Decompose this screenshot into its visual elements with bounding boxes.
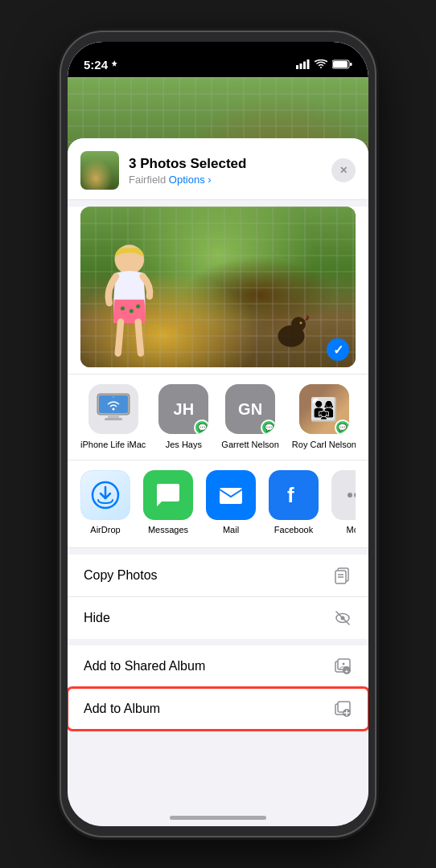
add-to-album-label: Add to Album [84,702,160,716]
more-share-icon [331,470,356,520]
airdrop-icon [80,470,130,520]
share-thumbnail [80,151,119,190]
airdrop-symbol [91,481,120,510]
app-name-more: More [346,525,356,534]
people-row-section: iPhone Life iMac JH Jes Hays GN [68,375,368,461]
svg-rect-3 [307,59,310,69]
facebook-icon: f [269,470,319,520]
preview-chicken [267,303,315,351]
svg-point-44 [343,663,345,665]
app-name-messages: Messages [148,525,188,534]
svg-point-15 [121,306,125,310]
app-row: AirDrop Messages [80,470,356,534]
share-info: 3 Photos Selected Fairfield Options › [129,156,322,186]
copy-photos-icon [333,566,352,585]
person-initials-garrett: GN [238,400,262,419]
svg-point-16 [130,309,134,313]
share-sheet: 3 Photos Selected Fairfield Options › [68,138,368,826]
share-subtitle: Fairfield Options › [129,174,322,186]
person-name-imac: iPhone Life iMac [80,439,146,450]
bottom-bar [68,730,368,762]
app-name-airdrop: AirDrop [90,525,120,534]
person-avatar-jes: JH [158,384,208,434]
app-mail[interactable]: Mail [206,470,256,534]
mail-symbol [216,481,245,510]
app-airdrop[interactable]: AirDrop [80,470,130,534]
message-badge-garrett [261,420,275,434]
person-name-garrett: Garrett Nelson [221,439,279,450]
status-time: 5:24 [84,58,119,72]
hide-label: Hide [84,611,110,625]
copy-icon [334,567,352,584]
app-name-facebook: Facebook [274,525,313,534]
mail-icon [206,470,256,520]
svg-point-31 [354,493,356,497]
imac-icon [93,392,134,426]
action-hide[interactable]: Hide [68,597,368,639]
svg-rect-0 [296,65,298,69]
svg-text:f: f [287,483,294,507]
phone-frame: 5:24 [61,32,375,836]
phone-screen: 5:24 [68,42,368,826]
message-badge-roy [335,420,349,434]
home-indicator [170,816,266,820]
svg-point-20 [300,321,302,324]
message-badge-jes [194,420,208,434]
shared-album-symbol: + [334,657,352,675]
hide-icon [333,608,352,628]
share-options-link[interactable]: Options › [169,174,212,186]
copy-photos-label: Copy Photos [84,568,158,583]
facebook-symbol: f [279,481,308,510]
svg-rect-23 [108,415,119,418]
person-roy[interactable]: Roy Carl Nelson [292,384,356,450]
signal-icon [296,59,310,69]
preview-child [93,239,173,367]
svg-rect-1 [300,63,302,69]
svg-point-30 [348,493,352,497]
action-add-to-album[interactable]: Add to Album [68,688,368,730]
share-location: Fairfield [129,174,169,186]
svg-rect-24 [105,418,122,420]
app-facebook[interactable]: f Facebook [269,470,319,534]
app-row-section: AirDrop Messages [68,461,368,548]
app-messages[interactable]: Messages [143,470,193,534]
share-header: 3 Photos Selected Fairfield Options › [68,138,368,200]
action-copy-photos[interactable]: Copy Photos [68,555,368,597]
svg-rect-22 [99,395,128,413]
person-initials-jes: JH [174,400,195,419]
action-add-shared-album[interactable]: Add to Shared Album + [68,645,368,688]
person-garrett[interactable]: GN Garrett Nelson [221,384,279,450]
person-avatar-imac [88,384,138,434]
action-list: Copy Photos Hide [68,555,368,639]
svg-point-26 [112,408,114,411]
add-to-album-icon [333,699,352,719]
svg-point-17 [136,305,140,309]
person-avatar-garrett: GN [225,384,275,434]
person-name-jes: Jes Hays [166,439,202,450]
wifi-icon [315,59,327,69]
photo-preview [80,207,356,367]
add-album-symbol [334,700,352,718]
person-imac[interactable]: iPhone Life iMac [80,384,146,450]
people-row: iPhone Life iMac JH Jes Hays GN [80,384,356,450]
photo-preview-inner [80,207,356,367]
svg-text:+: + [345,668,349,675]
messages-symbol [154,481,183,510]
share-close-button[interactable] [331,158,356,182]
status-icons [296,59,352,69]
location-icon [111,60,119,68]
svg-rect-5 [333,61,348,68]
person-jes[interactable]: JH Jes Hays [158,384,208,450]
dynamic-island [170,51,266,77]
share-title: 3 Photos Selected [129,156,322,172]
photo-strip [68,207,368,375]
battery-icon [332,59,352,69]
person-avatar-roy [299,384,349,434]
photo-checkmark [327,338,349,361]
hide-symbol [334,609,352,627]
person-name-roy: Roy Carl Nelson [292,439,356,450]
svg-point-25 [113,396,114,398]
app-more-share[interactable]: More [331,470,356,534]
more-symbol [342,481,356,510]
add-shared-album-label: Add to Shared Album [84,659,205,674]
